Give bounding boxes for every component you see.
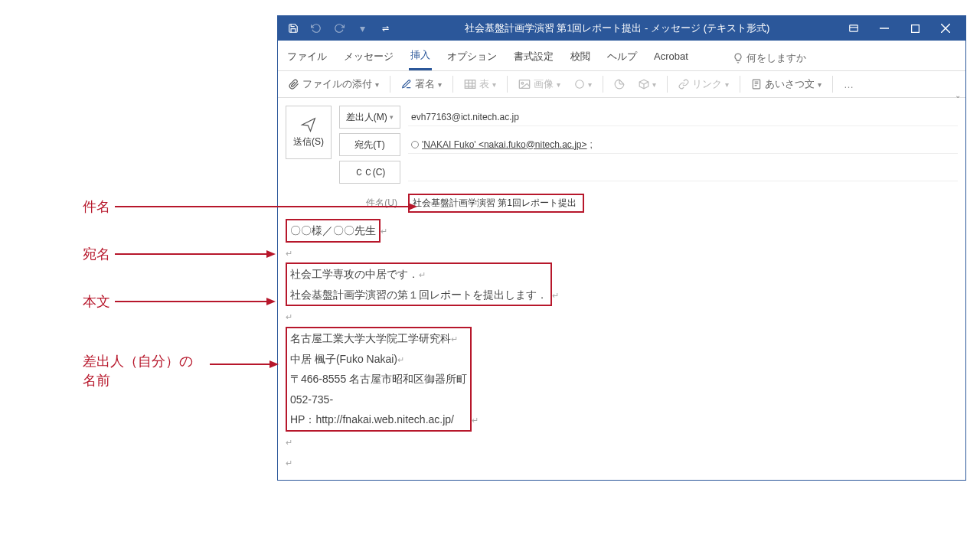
svg-point-12	[521, 82, 524, 84]
sig-line2: 中居 楓子(Fuko Nakai)	[290, 353, 397, 365]
minimize-icon[interactable]	[869, 18, 900, 39]
redo-icon[interactable]	[328, 18, 350, 39]
annotation-sender-label: 差出人（自分）の名前	[83, 352, 205, 390]
ribbon-tabs: ファイル メッセージ 挿入 オプション 書式設定 校閲 ヘルプ Acrobat …	[278, 41, 965, 71]
cc-button[interactable]: ＣＣ(C)	[339, 161, 400, 184]
svg-marker-23	[266, 298, 276, 305]
signature-label: 署名	[415, 77, 435, 91]
recipient-text: 'NAKAI Fuko' <nakai.fuko@nitech.ac.jp>	[422, 139, 587, 150]
send-icon	[300, 117, 317, 132]
maximize-icon[interactable]	[900, 18, 930, 39]
svg-rect-3	[911, 24, 919, 32]
link-icon	[678, 79, 689, 90]
table-icon	[464, 79, 476, 90]
sig-line5: HP：http://fnakai.web.nitech.ac.jp/	[290, 413, 454, 425]
tab-insert[interactable]: 挿入	[409, 45, 432, 70]
table-label: 表	[479, 77, 489, 91]
more-button[interactable]: …	[841, 77, 858, 92]
tell-me-label: 何をしますか	[746, 51, 806, 65]
attach-file-label: ファイルの添付	[302, 77, 372, 91]
body-line1: 社会工学専攻の中居です．	[290, 268, 419, 280]
annotation-body: 本文	[83, 292, 276, 311]
sig-line4: 052-735-	[290, 393, 333, 406]
close-icon[interactable]	[930, 18, 961, 39]
sig-line1: 名古屋工業大学大学院工学研究科	[290, 332, 451, 344]
svg-rect-6	[465, 80, 475, 89]
presence-dot-icon	[411, 141, 419, 148]
image-button[interactable]: 画像 ▾	[515, 76, 564, 93]
ribbon-display-icon[interactable]	[838, 18, 869, 39]
to-field[interactable]: 'NAKAI Fuko' <nakai.fuko@nitech.ac.jp>;	[408, 135, 958, 154]
annotation-sender: 差出人（自分）の名前	[83, 352, 282, 390]
tab-file[interactable]: ファイル	[286, 47, 328, 70]
svg-rect-0	[850, 25, 858, 31]
dropdown-icon[interactable]: ▾	[351, 18, 373, 39]
sticker-icon	[614, 79, 625, 90]
tab-review[interactable]: 校閲	[569, 47, 592, 70]
qat-customize-icon[interactable]: ⇌	[374, 18, 396, 39]
signature-box: 名古屋工業大学大学院工学研究科↵ 中居 楓子(Fuko Nakai)↵ 〒466…	[286, 327, 472, 432]
svg-point-13	[576, 80, 584, 89]
body-line2: 社会基盤計画学演習の第１回レポートを提出します．	[290, 289, 547, 301]
svg-marker-21	[266, 250, 276, 258]
image-label: 画像	[534, 77, 554, 91]
undo-icon[interactable]	[305, 18, 327, 39]
link-label: リンク	[692, 77, 722, 91]
collapse-ribbon-icon[interactable]: ⌄	[955, 91, 961, 99]
salutation-box: 〇〇様／〇〇先生	[286, 219, 381, 243]
subject-input[interactable]: 社会基盤計画学演習 第1回レポート提出	[408, 194, 584, 213]
tell-me-search[interactable]: 何をしますか	[733, 51, 806, 65]
cube-icon	[639, 79, 649, 90]
tab-acrobat[interactable]: Acrobat	[652, 47, 690, 68]
window-title: 社会基盤計画学演習 第1回レポート提出 - メッセージ (テキスト形式)	[396, 21, 838, 35]
sig-line3: 〒466-8555 名古屋市昭和区御器所町	[290, 373, 467, 385]
signature-icon	[401, 79, 412, 90]
icons-button[interactable]	[611, 77, 628, 91]
send-button[interactable]: 送信(S)	[286, 106, 332, 159]
link-button[interactable]: リンク ▾	[675, 76, 732, 93]
annotation-salutation-label: 宛名	[83, 245, 110, 263]
from-value: evh77163@ict.nitech.ac.jp	[408, 108, 958, 126]
annotation-body-label: 本文	[83, 292, 110, 311]
svg-marker-19	[408, 203, 417, 210]
svg-marker-25	[270, 360, 279, 368]
image-icon	[518, 79, 531, 90]
signature-button[interactable]: 署名 ▾	[398, 76, 445, 93]
annotation-subject-label: 件名	[83, 197, 110, 216]
title-bar: ▾ ⇌ 社会基盤計画学演習 第1回レポート提出 - メッセージ (テキスト形式)	[278, 16, 965, 41]
shapes-button[interactable]: ▾	[571, 77, 595, 91]
attach-file-button[interactable]: ファイルの添付 ▾	[286, 76, 382, 93]
paperclip-icon	[289, 78, 299, 90]
message-body[interactable]: 〇〇様／〇〇先生 ↵ ↵ 社会工学専攻の中居です．↵ 社会基盤計画学演習の第１回…	[278, 214, 965, 480]
shapes-icon	[574, 79, 585, 90]
greeting-button[interactable]: あいさつ文 ▾	[748, 76, 825, 93]
table-button[interactable]: 表 ▾	[461, 76, 499, 93]
to-button[interactable]: 宛先(T)	[339, 133, 400, 156]
tab-help[interactable]: ヘルプ	[606, 47, 639, 70]
send-label: 送信(S)	[293, 135, 324, 148]
cc-field[interactable]	[408, 163, 958, 181]
from-button[interactable]: 差出人(M) ▾	[339, 106, 400, 129]
3d-button[interactable]: ▾	[635, 77, 659, 91]
main-body-box: 社会工学専攻の中居です．↵ 社会基盤計画学演習の第１回レポートを提出します．	[286, 262, 552, 306]
ribbon-toolbar: ファイルの添付 ▾ 署名 ▾ 表 ▾ 画像 ▾ ▾	[278, 71, 965, 98]
tab-message[interactable]: メッセージ	[342, 47, 395, 70]
save-icon[interactable]	[283, 18, 304, 39]
annotation-salutation: 宛名	[83, 245, 276, 263]
document-icon	[751, 79, 762, 90]
greeting-label: あいさつ文	[765, 77, 815, 91]
tab-options[interactable]: オプション	[446, 47, 498, 70]
tab-format[interactable]: 書式設定	[512, 47, 555, 70]
salutation-text: 〇〇様／〇〇先生	[290, 224, 376, 236]
annotation-subject: 件名	[83, 197, 417, 216]
outlook-window: ▾ ⇌ 社会基盤計画学演習 第1回レポート提出 - メッセージ (テキスト形式)…	[277, 15, 966, 481]
lightbulb-icon	[733, 53, 743, 64]
recipient-chip[interactable]: 'NAKAI Fuko' <nakai.fuko@nitech.ac.jp>;	[411, 139, 593, 150]
